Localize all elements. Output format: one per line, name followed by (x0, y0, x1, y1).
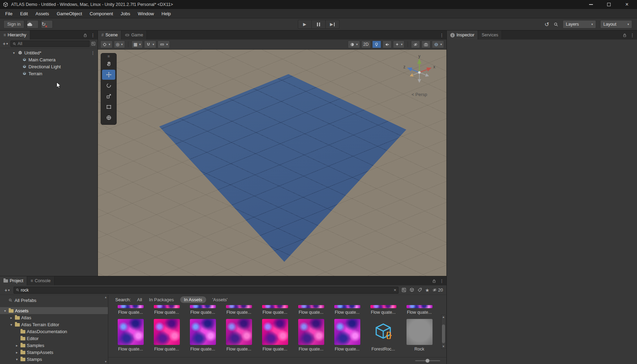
snap-settings-dropdown[interactable]: ▾ (144, 41, 156, 48)
asset-item[interactable]: Flow quate... (329, 319, 365, 352)
maximize-button[interactable] (606, 2, 611, 7)
saved-search-row[interactable]: All Prefabs (0, 297, 108, 304)
folder-row[interactable]: StampAssets (0, 349, 108, 356)
collab-sync-button[interactable]: ↻× (41, 20, 53, 28)
menu-item[interactable]: Window (134, 9, 158, 18)
audio-toggle[interactable] (383, 41, 392, 48)
folder-row[interactable]: Samples (0, 342, 108, 349)
scene-root-row[interactable]: ▾ Untitled* ⋮ (0, 49, 98, 56)
search-scope-option[interactable]: All (136, 296, 143, 303)
shading-mode-dropdown[interactable]: ▾ (348, 41, 360, 48)
menu-item[interactable]: File (1, 9, 16, 18)
asset-item[interactable]: {} ForestRoc... (365, 319, 401, 352)
asset-item[interactable]: Flow quate... (185, 319, 221, 352)
tab-project[interactable]: Project (0, 276, 27, 285)
menu-item[interactable]: Jobs (117, 9, 134, 18)
folder-row[interactable]: Atlas (0, 314, 108, 321)
scroll-down-icon[interactable]: ▼ (104, 360, 107, 363)
close-button[interactable]: × (625, 2, 629, 7)
clear-search-icon[interactable]: × (394, 287, 396, 293)
hierarchy-item[interactable]: Main Camera (0, 56, 98, 63)
folder-row[interactable]: Stamps (0, 356, 108, 363)
asset-item[interactable]: Flow quate... (293, 304, 329, 315)
search-scope-option[interactable]: In Assets (180, 296, 206, 303)
folder-row[interactable]: AtlasDocumentation (0, 328, 108, 335)
pan-tool-button[interactable] (102, 59, 115, 69)
gizmos-dropdown[interactable]: ▾ (432, 41, 444, 48)
foldout-icon[interactable] (15, 344, 19, 347)
panel-menu-icon[interactable]: ⋮ (439, 33, 444, 38)
asset-item[interactable]: Flow quate... (257, 304, 293, 315)
create-asset-button[interactable]: +▾ (3, 287, 11, 293)
scene-visibility-toggle[interactable] (411, 41, 420, 48)
cloud-services-button[interactable] (27, 20, 39, 28)
foldout-icon[interactable] (15, 357, 19, 361)
orientation-gizmo[interactable]: y x z (401, 54, 437, 90)
search-button[interactable] (553, 22, 559, 27)
pivot-rotation-dropdown[interactable]: ◎ ▾ (114, 41, 125, 48)
play-button[interactable]: ▶ (298, 20, 312, 29)
folder-row[interactable]: Editor (0, 335, 108, 342)
projection-label[interactable]: < Persp (401, 92, 437, 97)
search-scope-option[interactable]: 'Assets' (212, 296, 228, 303)
asset-item[interactable]: Flow quate... (149, 304, 185, 315)
search-window-icon[interactable] (91, 41, 96, 46)
asset-item[interactable]: Flow quate... (112, 304, 149, 315)
tab-services[interactable]: Services (478, 31, 502, 40)
favorite-star-icon[interactable]: ★ (425, 287, 430, 293)
step-button[interactable]: ▶ (326, 20, 340, 29)
scroll-up-icon[interactable]: ▲ (442, 315, 445, 319)
asset-item[interactable]: Flow quate... (221, 304, 257, 315)
menu-item[interactable]: Edit (16, 9, 32, 18)
tab-hierarchy[interactable]: ≡ Hierarchy (0, 31, 30, 40)
hidden-packages-toggle[interactable]: 20 (432, 288, 443, 293)
folder-row[interactable]: Atlas Terrain Editor (0, 321, 108, 328)
move-tool-button[interactable] (102, 70, 115, 80)
thumbnail-size-slider[interactable] (415, 360, 440, 361)
pause-button[interactable] (312, 20, 326, 29)
panel-menu-icon[interactable]: ⋮ (439, 278, 444, 284)
lighting-toggle[interactable] (372, 41, 381, 48)
lock-icon[interactable] (432, 279, 436, 283)
tab-scene[interactable]: # Scene (98, 31, 121, 40)
layout-dropdown[interactable]: Layout▾ (600, 20, 632, 28)
panel-menu-icon[interactable]: ⋮ (91, 33, 95, 38)
minimize-button[interactable] (588, 2, 593, 7)
type-filter-icon[interactable] (409, 287, 414, 293)
effects-dropdown[interactable]: ▾ (393, 41, 405, 48)
foldout-icon[interactable] (15, 350, 19, 354)
rotate-tool-button[interactable] (102, 80, 115, 90)
asset-item[interactable]: Flow quate... (221, 319, 257, 352)
layers-dropdown[interactable]: Layers▾ (563, 20, 596, 28)
scrollbar-thumb[interactable] (442, 324, 445, 343)
rect-tool-button[interactable] (102, 102, 115, 112)
scale-tool-button[interactable] (102, 91, 115, 101)
tab-game[interactable]: Game (121, 31, 147, 40)
scene-menu-icon[interactable]: ⋮ (91, 50, 95, 55)
history-button[interactable]: ↺ (545, 21, 549, 28)
search-scope-option[interactable]: In Packages (148, 296, 175, 303)
scroll-down-icon[interactable]: ▼ (442, 345, 445, 348)
hierarchy-search-input[interactable] (18, 41, 87, 46)
asset-item[interactable]: Flow quate... (329, 304, 365, 315)
slider-knob[interactable] (426, 359, 429, 363)
asset-item[interactable]: Flow quate... (257, 319, 293, 352)
tab-console[interactable]: ≡ Console (27, 276, 55, 285)
label-filter-icon[interactable] (417, 287, 422, 293)
grid-visibility-dropdown[interactable]: ▦ ▾ (132, 41, 143, 48)
snap-increment-dropdown[interactable]: ▾ (158, 41, 170, 48)
terrain-plane[interactable] (98, 50, 446, 276)
transform-tool-button[interactable] (102, 113, 115, 123)
sign-in-button[interactable]: Sign in (3, 20, 24, 28)
scroll-up-icon[interactable]: ▲ (104, 296, 107, 299)
grid-scrollbar[interactable]: ▲ ▼ (441, 315, 446, 349)
asset-item[interactable]: Flow quate... (401, 304, 437, 315)
menu-item[interactable]: Component (86, 9, 117, 18)
tree-scrollbar[interactable]: ▲ ▼ (103, 296, 108, 363)
asset-item[interactable]: Flow quate... (185, 304, 221, 315)
lock-icon[interactable] (622, 33, 627, 37)
foldout-icon[interactable] (9, 323, 14, 327)
project-search-input[interactable] (21, 288, 392, 293)
palette-drag-handle[interactable]: ≡ (108, 54, 110, 58)
2d-toggle[interactable]: 2D (361, 41, 371, 48)
